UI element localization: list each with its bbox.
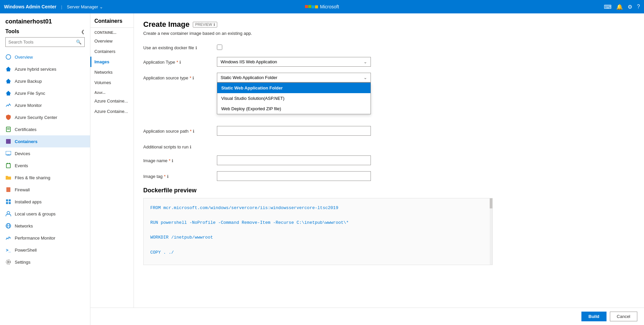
second-panel-networks[interactable]: Networks [90,67,134,77]
cancel-button[interactable]: Cancel [610,312,637,321]
tools-header: Tools ❮ [5,28,85,35]
second-panel-images[interactable]: Images [90,57,134,67]
second-panel-containers[interactable]: Containers [90,46,134,57]
azure-security-icon [5,114,11,120]
sidebar-item-local-users[interactable]: Local users & groups [0,208,90,220]
terminal-icon[interactable]: ⌨ [604,4,612,10]
tools-label: Tools [5,28,19,35]
second-panel-volumes[interactable]: Volumes [90,77,134,88]
docker-file-checkbox[interactable] [217,45,222,50]
app-source-type-control: Static Web Application Folder ⌄ Static W… [217,73,493,82]
azure-hybrid-icon [5,66,11,72]
overview-icon [5,54,11,60]
devices-label: Devices [15,151,30,156]
sidebar-item-certificates[interactable]: Certificates [0,123,90,135]
sidebar-item-settings[interactable]: Settings [0,256,90,268]
sidebar-item-azure-filesync[interactable]: Azure File Sync [0,87,90,99]
search-button[interactable]: 🔍 [73,38,84,46]
server-manager-label[interactable]: Server Manager ⌄ [67,4,103,9]
app-source-option-vs[interactable]: Visual Studio Solution(ASP.NET) [217,93,371,104]
content-area: Create Image PREVIEW ℹ Create a new cont… [134,13,502,292]
code-line-3 [150,226,486,234]
app-layout: containerhost01 Tools ❮ 🔍 Overview [0,13,644,325]
sidebar-item-files[interactable]: Files & file sharing [0,172,90,184]
app-type-arrow: ⌄ [364,59,367,64]
svg-rect-8 [6,164,10,168]
sidebar-item-azure-security[interactable]: Azure Security Center [0,111,90,123]
second-panel-azure-container-1[interactable]: Azure Containe... [90,96,134,106]
svg-rect-4 [6,139,11,144]
app-source-type-row: Application source type * ℹ Static Web A… [143,73,493,82]
devices-icon [5,150,11,156]
settings-icon[interactable]: ⚙ [628,4,632,10]
create-image-title: Create Image [143,20,189,29]
collapse-sidebar-button[interactable]: ❮ [81,29,85,34]
build-button[interactable]: Build [581,312,607,321]
docker-file-label: Use an existing docker file ℹ [143,43,217,50]
container-section-label: Containe... [90,28,134,36]
image-tag-info-icon[interactable]: ℹ [167,174,169,179]
app-type-info-icon[interactable]: ℹ [179,60,181,65]
app-source-type-selected[interactable]: Static Web Application Folder ⌄ [217,73,371,82]
sidebar-item-events[interactable]: Events [0,159,90,172]
second-panel-title: Containers [90,13,134,28]
app-type-control: Windows IIS Web Application ⌄ [217,57,493,67]
bell-icon[interactable]: 🔔 [616,4,623,10]
svg-point-16 [7,211,10,214]
image-tag-row: Image tag * ℹ [143,171,493,181]
app-source-path-input[interactable] [217,126,371,136]
app-source-type-info-icon[interactable]: ℹ [192,76,194,80]
app-type-selected[interactable]: Windows IIS Web Application ⌄ [217,57,371,67]
app-source-type-label: Application source type * ℹ [143,73,217,80]
help-icon[interactable]: ? [637,4,640,10]
image-tag-input[interactable] [217,171,371,181]
sidebar-item-azure-backup[interactable]: Azure Backup [0,75,90,87]
app-source-type-dropdown[interactable]: Static Web Application Folder ⌄ Static W… [217,73,371,82]
azure-security-label: Azure Security Center [15,115,57,120]
app-source-type-arrow: ⌄ [364,75,367,80]
sidebar-item-installed-apps[interactable]: Installed apps [0,196,90,208]
azure-backup-label: Azure Backup [15,79,42,84]
app-source-option-static[interactable]: Static Web Application Folder [217,83,371,93]
image-tag-control [217,171,493,181]
second-panel-overview[interactable]: Overview [90,36,134,46]
sidebar-item-containers[interactable]: Containers [0,135,90,147]
image-tag-label: Image tag * ℹ [143,171,217,179]
app-type-dropdown[interactable]: Windows IIS Web Application ⌄ [217,57,371,67]
additional-scripts-info-icon[interactable]: ℹ [190,145,191,149]
docker-file-info-icon[interactable]: ℹ [195,46,197,50]
dockerfile-scrollbar-thumb [490,198,492,208]
app-source-path-info-icon[interactable]: ℹ [193,129,194,134]
sidebar-item-azure-hybrid[interactable]: Azure hybrid services [0,63,90,75]
main-content: Create Image PREVIEW ℹ Create a new cont… [134,13,644,325]
app-type-row: Application Type * ℹ Windows IIS Web App… [143,57,493,67]
svg-point-20 [8,261,9,263]
code-line-4: WORKDIR /inetpub/wwwroot [150,234,486,241]
hostname-label: containerhost01 [5,18,85,25]
docker-file-row: Use an existing docker file ℹ [143,43,493,51]
sidebar-item-powershell[interactable]: >_ PowerShell [0,244,90,256]
bottom-bar: Build Cancel [90,308,644,325]
search-bar: 🔍 [5,37,85,47]
sidebar-item-networks[interactable]: Networks [0,220,90,232]
events-label: Events [15,163,28,168]
svg-rect-5 [6,151,11,155]
create-image-desc: Create a new container image based on an… [143,31,493,36]
dockerfile-scrollbar[interactable] [490,198,492,265]
sidebar-item-firewall[interactable]: Firewall [0,184,90,196]
settings-nav-label: Settings [15,260,30,265]
app-source-option-webdeploy[interactable]: Web Deploy (Exported ZIP file) [217,104,371,114]
sidebar-item-perf-monitor[interactable]: Performance Monitor [0,232,90,244]
app-source-path-control [217,126,493,136]
dockerfile-title: Dockerfile preview [143,187,493,194]
search-input[interactable] [6,38,73,47]
microsoft-label: Microsoft [320,4,339,9]
networks-icon [5,223,11,229]
image-name-info-icon[interactable]: ℹ [172,158,173,163]
second-panel-azure-container-2[interactable]: Azure Containe... [90,106,134,117]
sidebar-item-azure-monitor[interactable]: Azure Monitor [0,99,90,111]
sidebar-item-devices[interactable]: Devices [0,147,90,159]
image-name-input[interactable] [217,155,371,165]
preview-info-icon[interactable]: ℹ [214,22,215,27]
sidebar-item-overview[interactable]: Overview [0,51,90,63]
